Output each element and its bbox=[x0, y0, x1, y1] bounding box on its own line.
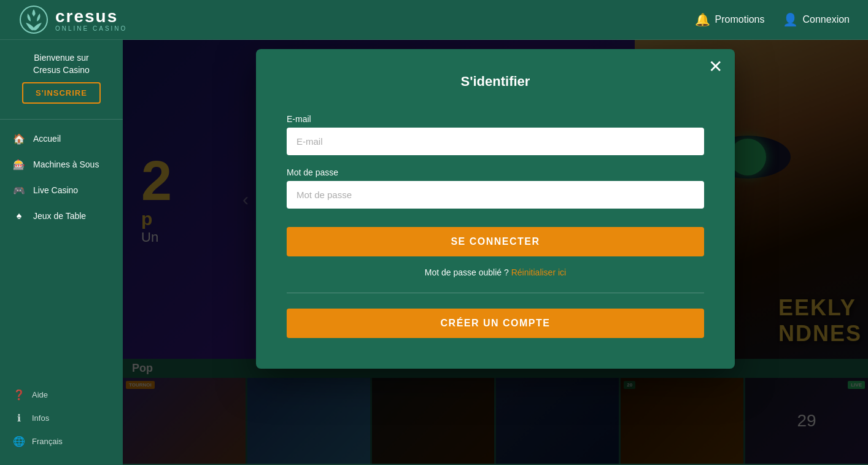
live-icon: 🎮 bbox=[12, 183, 26, 197]
reset-link[interactable]: Réinitialiser ici bbox=[511, 267, 566, 277]
welcome-line2: Cresus Casino bbox=[9, 64, 114, 77]
promotions-button[interactable]: 🔔 Promotions bbox=[696, 12, 765, 27]
bell-icon: 🔔 bbox=[696, 12, 710, 27]
modal-divider bbox=[287, 293, 704, 293]
connexion-label: Connexion bbox=[803, 14, 850, 25]
modal-close-button[interactable]: ✕ bbox=[708, 58, 723, 75]
logo-sub: ONLINE CASINO bbox=[55, 25, 127, 32]
create-account-button[interactable]: CRÉER UN COMPTE bbox=[287, 309, 704, 338]
main-layout: Bienvenue sur Cresus Casino S'INSCRIRE 🏠… bbox=[0, 40, 868, 465]
sidebar-item-lang[interactable]: 🌐 Français bbox=[0, 429, 123, 453]
email-input[interactable] bbox=[287, 128, 704, 155]
password-label: Mot de passe bbox=[287, 167, 704, 177]
login-button[interactable]: SE CONNECTER bbox=[287, 227, 704, 256]
email-form-group: E-mail bbox=[287, 114, 704, 155]
login-modal: S'identifier ✕ E-mail Mot de passe SE CO… bbox=[256, 49, 735, 369]
logo-cresus: cresus bbox=[55, 8, 127, 25]
forgot-text: Mot de passe oublié ? bbox=[425, 267, 509, 277]
modal-header: S'identifier bbox=[287, 74, 704, 90]
sidebar-item-label: Français bbox=[32, 437, 63, 446]
sidebar-item-aide[interactable]: ❓ Aide bbox=[0, 383, 123, 406]
connexion-button[interactable]: 👤 Connexion bbox=[783, 12, 850, 27]
modal-title: S'identifier bbox=[287, 74, 704, 90]
sidebar-item-infos[interactable]: ℹ Infos bbox=[0, 406, 123, 429]
sidebar-footer: ❓ Aide ℹ Infos 🌐 Français bbox=[0, 383, 123, 453]
sidebar-item-live-casino[interactable]: 🎮 Live Casino bbox=[0, 177, 123, 203]
sidebar: Bienvenue sur Cresus Casino S'INSCRIRE 🏠… bbox=[0, 40, 123, 465]
logo-area: cresus ONLINE CASINO bbox=[18, 4, 127, 35]
header: cresus ONLINE CASINO 🔔 Promotions 👤 Conn… bbox=[0, 0, 868, 40]
sidebar-item-machines[interactable]: 🎰 Machines à Sous bbox=[0, 152, 123, 177]
sidebar-item-label: Live Casino bbox=[33, 185, 78, 195]
logo-icon bbox=[18, 4, 49, 35]
promotions-label: Promotions bbox=[715, 14, 765, 25]
user-icon: 👤 bbox=[783, 12, 798, 27]
modal-overlay: S'identifier ✕ E-mail Mot de passe SE CO… bbox=[123, 40, 868, 465]
sidebar-item-label: Aide bbox=[32, 390, 48, 399]
header-right: 🔔 Promotions 👤 Connexion bbox=[696, 12, 850, 27]
sidebar-item-label: Jeux de Table bbox=[33, 211, 86, 221]
info-icon: ℹ bbox=[12, 411, 26, 425]
sidebar-item-label: Infos bbox=[32, 413, 49, 423]
content-area: ‹ 2 p Un EEKLYNDNES bbox=[123, 40, 868, 465]
register-button[interactable]: S'INSCRIRE bbox=[22, 82, 101, 104]
email-label: E-mail bbox=[287, 114, 704, 124]
logo-text: cresus ONLINE CASINO bbox=[55, 8, 127, 32]
password-input[interactable] bbox=[287, 181, 704, 209]
sidebar-item-label: Machines à Sous bbox=[33, 159, 99, 169]
sidebar-item-accueil[interactable]: 🏠 Accueil bbox=[0, 126, 123, 152]
sidebar-item-label: Accueil bbox=[33, 134, 61, 144]
welcome-line1: Bienvenue sur bbox=[9, 52, 114, 64]
help-icon: ❓ bbox=[12, 388, 26, 401]
forgot-password-text: Mot de passe oublié ? Réinitialiser ici bbox=[287, 267, 704, 277]
home-icon: 🏠 bbox=[12, 132, 26, 145]
sidebar-welcome: Bienvenue sur Cresus Casino S'INSCRIRE bbox=[0, 52, 123, 120]
slot-icon: 🎰 bbox=[12, 158, 26, 171]
password-form-group: Mot de passe bbox=[287, 167, 704, 209]
sidebar-nav: 🏠 Accueil 🎰 Machines à Sous 🎮 Live Casin… bbox=[0, 126, 123, 229]
globe-icon: 🌐 bbox=[12, 434, 26, 448]
table-icon: ♠ bbox=[12, 209, 26, 223]
sidebar-item-jeux-table[interactable]: ♠ Jeux de Table bbox=[0, 203, 123, 229]
